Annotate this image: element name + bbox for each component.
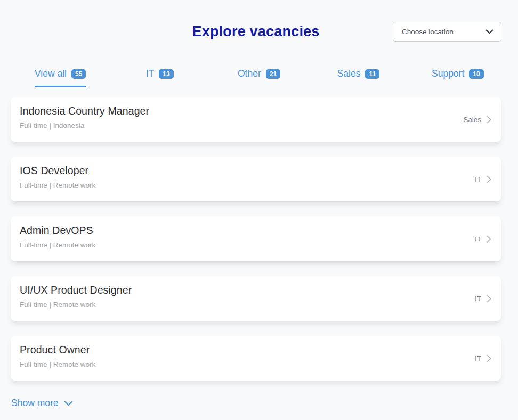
- vacancy-category: IT: [475, 235, 481, 243]
- vacancy-title: Product Owner: [20, 344, 491, 356]
- show-more-button[interactable]: Show more: [11, 398, 73, 409]
- tab-other[interactable]: Other 21: [209, 68, 309, 87]
- location-select-value: Choose location: [402, 28, 454, 36]
- vacancy-category: IT: [475, 175, 481, 183]
- chevron-right-icon: [487, 235, 491, 243]
- tab-label: IT: [146, 68, 155, 79]
- vacancy-card[interactable]: UI/UX Product Designer Full-time | Remot…: [11, 276, 501, 321]
- vacancy-category: IT: [475, 295, 481, 303]
- tab-it[interactable]: IT 13: [110, 68, 209, 87]
- vacancy-category: Sales: [463, 116, 481, 124]
- tab-label: Other: [238, 68, 261, 79]
- vacancy-card[interactable]: Product Owner Full-time | Remote work IT: [11, 336, 501, 381]
- vacancy-details: Full-time | Remote work: [20, 241, 491, 249]
- tab-count-badge: 10: [469, 69, 483, 79]
- tab-count-badge: 13: [159, 69, 173, 79]
- tab-view-all[interactable]: View all 55: [11, 68, 110, 87]
- vacancy-details: Full-time | Indonesia: [20, 122, 491, 130]
- tab-label: Support: [432, 68, 464, 79]
- vacancy-category: IT: [475, 354, 481, 362]
- chevron-down-icon: [64, 401, 73, 406]
- tab-label: View all: [35, 68, 67, 79]
- vacancy-title: UI/UX Product Designer: [20, 284, 491, 296]
- tab-count-badge: 21: [266, 69, 280, 79]
- vacancy-details: Full-time | Remote work: [20, 301, 491, 309]
- tab-count-badge: 11: [365, 69, 379, 79]
- chevron-right-icon: [487, 116, 491, 124]
- location-select[interactable]: Choose location: [393, 22, 501, 42]
- vacancy-card[interactable]: Admin DevOPS Full-time | Remote work IT: [11, 216, 501, 261]
- chevron-right-icon: [487, 175, 491, 183]
- tab-support[interactable]: Support 10: [408, 68, 507, 87]
- vacancy-card[interactable]: IOS Developer Full-time | Remote work IT: [11, 157, 501, 201]
- vacancy-list: Indonesia Country Manager Full-time | In…: [11, 97, 501, 381]
- chevron-right-icon: [487, 295, 491, 303]
- chevron-down-icon: [485, 29, 493, 34]
- vacancy-title: IOS Developer: [20, 165, 491, 177]
- tab-count-badge: 55: [71, 69, 86, 79]
- tab-sales[interactable]: Sales 11: [309, 68, 408, 87]
- category-tabs: View all 55 IT 13 Other 21 Sales 11 Supp: [11, 68, 507, 87]
- vacancy-details: Full-time | Remote work: [20, 181, 491, 189]
- vacancy-title: Indonesia Country Manager: [20, 105, 491, 117]
- tab-label: Sales: [337, 68, 361, 79]
- explore-vacancies-page: Explore vacancies Choose location View a…: [0, 0, 518, 420]
- header: Explore vacancies Choose location: [0, 0, 518, 55]
- vacancy-details: Full-time | Remote work: [20, 360, 491, 368]
- vacancy-card[interactable]: Indonesia Country Manager Full-time | In…: [11, 97, 501, 142]
- vacancy-title: Admin DevOPS: [20, 224, 491, 237]
- chevron-right-icon: [487, 354, 491, 362]
- show-more-label: Show more: [11, 398, 59, 409]
